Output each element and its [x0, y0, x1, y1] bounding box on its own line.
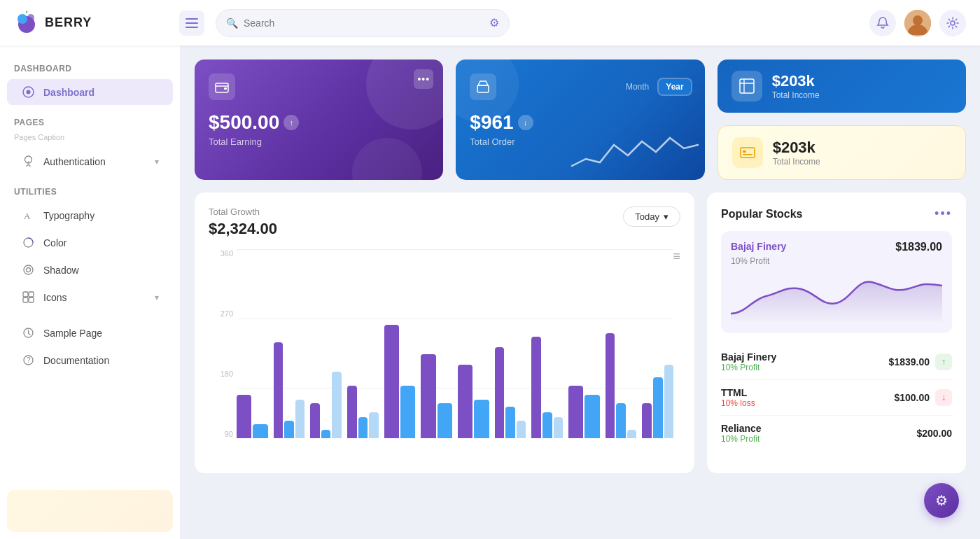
bajaj-trend-badge: ↑ [935, 354, 952, 370]
pages-section-title: Pages [0, 113, 180, 132]
bar-blue-7 [505, 407, 515, 438]
svg-rect-17 [23, 298, 28, 302]
svg-point-10 [26, 90, 30, 94]
fab-icon: ⚙ [935, 492, 948, 509]
order-card: Month Year $961 ↓ Total Order [456, 59, 704, 180]
earning-more-button[interactable]: ••• [414, 69, 433, 89]
stocks-card: Popular Stocks ••• Bajaj Finery $1839.00… [707, 192, 966, 473]
sidebar-bottom-highlight [7, 490, 173, 532]
sidebar-item-documentation[interactable]: ? Documentation [7, 347, 173, 373]
chart-area: ≡ 360 270 180 90 [209, 249, 680, 459]
bar-purple-2 [310, 403, 320, 438]
bar-blue-8 [542, 412, 552, 439]
bar-light-7 [517, 421, 526, 438]
bar-purple-11 [642, 403, 652, 438]
dashboard-label: Dashboard [43, 87, 94, 98]
bajaj-price-area: $1839.00 ↑ [889, 354, 952, 370]
bar-light-11 [664, 365, 674, 438]
cashier-icon [740, 145, 755, 160]
chart-bar-group-7 [495, 249, 526, 438]
documentation-icon: ? [21, 354, 35, 366]
reliance-profit: 10% Profit [721, 434, 762, 444]
chart-menu-button[interactable]: ≡ [673, 249, 680, 264]
icons-icon [21, 291, 35, 303]
ttml-price-area: $100.00 ↓ [894, 389, 952, 406]
settings-button[interactable] [939, 10, 966, 36]
bar-blue-4 [400, 386, 415, 438]
chart-bar-group-4 [384, 249, 416, 438]
year-tab[interactable]: Year [659, 79, 690, 94]
shadow-svg [22, 264, 34, 276]
sidebar-item-authentication[interactable]: Authentication ▾ [7, 148, 173, 174]
featured-stock-name: Bajaj Finery [731, 241, 786, 252]
bar-light-8 [554, 417, 564, 438]
bajaj-name: Bajaj Finery [721, 351, 776, 363]
income-blue-label: Total Income [772, 90, 820, 100]
svg-rect-24 [477, 85, 489, 92]
header: BERRY 🔍 ⚙ [0, 0, 980, 46]
earning-label: Total Earning [209, 136, 429, 147]
logo-text: BERRY [45, 15, 92, 30]
today-button[interactable]: Today ▾ [623, 206, 680, 227]
typography-svg: A [22, 209, 34, 221]
filter-icon[interactable]: ⚙ [489, 16, 499, 29]
bar-blue-0 [253, 424, 267, 438]
svg-rect-5 [186, 27, 198, 28]
sample-page-label: Sample Page [43, 328, 102, 339]
stocks-title: Popular Stocks [721, 208, 802, 220]
featured-stock-profit: 10% Profit [731, 256, 942, 266]
today-label: Today [635, 211, 659, 222]
user-avatar[interactable] [904, 10, 931, 36]
bottom-row: Total Growth $2,324.00 Today ▾ ≡ 3 [195, 192, 966, 473]
dashboard-section-title: Dashboard [0, 59, 180, 78]
svg-rect-18 [29, 298, 34, 302]
sidebar-item-color[interactable]: Color [7, 230, 173, 255]
sidebar-item-sample-page[interactable]: Sample Page [7, 320, 173, 346]
table-icon [739, 78, 755, 94]
ttml-profit: 10% loss [721, 398, 755, 408]
bar-purple-10 [606, 333, 615, 438]
sample-svg [22, 327, 34, 339]
chart-bars-container [237, 249, 673, 438]
shadow-label: Shadow [43, 265, 79, 276]
sidebar-item-shadow[interactable]: Shadow [7, 257, 173, 283]
stocks-more-button[interactable]: ••• [934, 206, 952, 221]
color-icon [21, 237, 35, 248]
sample-page-icon [21, 327, 35, 339]
bar-purple-0 [237, 395, 251, 439]
featured-stock: Bajaj Finery $1839.00 10% Profit [721, 231, 952, 333]
chart-y-labels: 360 270 180 90 [209, 249, 233, 438]
pages-caption: Pages Caption [0, 132, 180, 147]
chevron-down-icon: ▾ [664, 211, 668, 222]
reliance-info: Reliance 10% Profit [721, 423, 762, 444]
bar-purple-3 [347, 386, 357, 438]
main-layout: Dashboard Dashboard Pages Pages Caption … [0, 46, 980, 539]
search-bar: 🔍 ⚙ [216, 9, 510, 37]
notification-button[interactable] [869, 10, 896, 36]
chart-bar-group-2 [310, 249, 342, 438]
berry-logo-icon [14, 10, 39, 36]
svg-point-14 [26, 268, 30, 272]
main-content: ••• $500.00 ↑ Total Earning [181, 46, 980, 539]
dashboard-svg [22, 86, 34, 98]
ttml-info: TTML 10% loss [721, 387, 755, 408]
hamburger-icon [186, 18, 198, 28]
income-yellow-amount: $203k [773, 139, 820, 157]
sidebar-item-dashboard[interactable]: Dashboard [7, 79, 173, 105]
chart-bar-group-11 [642, 249, 673, 438]
logo-area: BERRY [14, 10, 168, 36]
menu-button[interactable] [179, 10, 204, 36]
chart-bar-group-1 [274, 249, 305, 438]
header-right [869, 10, 966, 36]
dashboard-icon [21, 86, 35, 98]
earning-trend-icon: ↑ [284, 115, 299, 130]
bar-blue-9 [584, 395, 599, 439]
svg-text:A: A [24, 211, 31, 221]
search-input[interactable] [244, 18, 484, 29]
bajaj-profit: 10% Profit [721, 363, 776, 372]
bar-blue-10 [616, 403, 626, 438]
fab-button[interactable]: ⚙ [924, 483, 959, 518]
month-tab[interactable]: Month [619, 79, 656, 94]
sidebar-item-icons[interactable]: Icons ▾ [7, 284, 173, 310]
sidebar-item-typography[interactable]: A Typography [7, 202, 173, 228]
